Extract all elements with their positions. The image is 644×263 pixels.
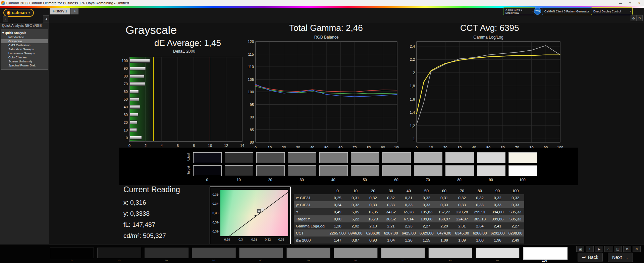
calman-menu-button[interactable]: calman ▾ <box>3 9 34 17</box>
table-cell: 5,05 <box>346 208 364 215</box>
grayscale-level-patch-50[interactable] <box>286 248 330 258</box>
minimize-button[interactable]: — <box>616 0 625 6</box>
add-tab-button[interactable]: + <box>71 8 78 14</box>
grayscale-level-patch-70[interactable] <box>381 248 425 258</box>
meter-dropdown[interactable]: X-Rite i1Pro 3 Direct View ▾ <box>503 7 535 15</box>
table-cell: 36,52 <box>382 215 400 222</box>
meter-status-badge: 735 <box>534 8 541 15</box>
refresh-button[interactable]: ↻ <box>637 15 643 21</box>
grayscale-level-patch-100[interactable] <box>523 247 568 260</box>
back-button[interactable]: ↩ Back <box>578 253 603 262</box>
app-icon <box>1 1 5 5</box>
svg-text:90: 90 <box>124 66 128 70</box>
table-cell: 6425,00 <box>400 229 418 236</box>
rgb-balance-chart: RGB Balance 0102030405060708090100120115… <box>245 35 399 152</box>
grayscale-level-patch-60[interactable] <box>334 248 378 258</box>
table-cell: 6946,00 <box>346 229 364 236</box>
sidebar-collapse-button[interactable]: ◀ <box>43 15 49 22</box>
display-control-dropdown[interactable]: Direct Display Control ▾ <box>591 7 633 15</box>
table-cell: 1,26 <box>400 236 418 244</box>
sidebar-item-introduction[interactable]: Introduction <box>1 35 48 39</box>
sidebar-item-screen-uniformity[interactable]: Screen Uniformity <box>1 59 48 63</box>
svg-text:1,8: 1,8 <box>410 84 415 88</box>
calman-logo-text: calman <box>12 10 27 15</box>
maximize-button[interactable]: □ <box>625 0 635 6</box>
play-icon-button[interactable]: ▶ <box>595 246 603 252</box>
chevron-down-icon: ▾ <box>629 10 631 13</box>
cie-chromaticity-panel: 0,35-0,34-0,33-0,32-0,31-0,290,30,310,32… <box>210 187 291 246</box>
grayscale-level-patch-90[interactable] <box>476 248 520 258</box>
grayscale-level-patch-0[interactable] <box>50 248 94 258</box>
tree-root-quick-analysis[interactable]: ▾ Quick Analysis <box>1 31 48 35</box>
target-swatch-70 <box>414 165 442 176</box>
svg-text:10: 10 <box>208 144 212 148</box>
deltae-chart: DeltaE 2000 0246810121410090807060504030… <box>116 49 246 150</box>
grayscale-level-label: 60 <box>334 259 377 262</box>
pin-button[interactable]: ▪ <box>3 16 8 21</box>
svg-text:60: 60 <box>124 90 128 94</box>
table-cell: 2,34 <box>471 222 489 229</box>
settings-gear-button[interactable]: ⚙ <box>631 15 637 21</box>
title-bar: Calman 2022 Calman Ultimate for Business… <box>0 0 644 6</box>
sidebar-item-saturation-sweeps[interactable]: Saturation Sweeps <box>1 47 48 51</box>
display-control-name: Direct Display Control <box>593 10 621 13</box>
swatch-column-label: 40 <box>319 178 347 182</box>
meter-mode: Direct View <box>505 11 522 14</box>
deltae-chart-title: DeltaE 2000 <box>126 49 242 54</box>
sidebar-item-luminance-sweeps[interactable]: Luminance Sweeps <box>1 51 48 55</box>
window-title: Calman 2022 Calman Ultimate for Business… <box>6 1 129 5</box>
table-column-header: 60 <box>435 187 453 194</box>
gear-icon-button[interactable]: ⚙ <box>623 246 631 252</box>
pattern-generator-name: CalMAN Client 3 Pattern Generator <box>544 10 589 13</box>
svg-text:110: 110 <box>248 65 254 69</box>
current-reading-value: x: 0,316 <box>123 197 180 208</box>
print-icon-button[interactable]: ▤ <box>614 246 622 252</box>
sidebar-item-spectral-power-dist-[interactable]: Spectral Power Dist. <box>1 63 48 67</box>
table-column-header: 90 <box>489 187 506 194</box>
table-cell: 6286,00 <box>364 229 382 236</box>
display-icon-button[interactable]: ▣ <box>576 246 584 252</box>
grayscale-level-patch-20[interactable] <box>145 248 189 258</box>
swatch-column-label: 60 <box>382 178 410 182</box>
actual-swatch-20 <box>256 152 285 163</box>
grayscale-level-patch-40[interactable] <box>239 248 283 258</box>
svg-text:4: 4 <box>161 144 163 148</box>
swatch-column-label: 100 <box>508 178 536 182</box>
table-column-header: 50 <box>418 187 435 194</box>
close-button[interactable]: × <box>635 0 644 6</box>
table-cell: 0,32 <box>489 194 506 201</box>
svg-text:1: 1 <box>413 137 415 141</box>
svg-text:70: 70 <box>124 82 128 86</box>
swatch-column-label: 50 <box>351 178 379 182</box>
table-cell: 109,08 <box>418 215 435 222</box>
next-button[interactable]: Next → <box>608 253 633 262</box>
home-icon-button[interactable]: ⌂ <box>604 246 612 252</box>
svg-text:6: 6 <box>177 144 179 148</box>
next-arrow-icon: → <box>624 255 629 260</box>
grayscale-level-patch-80[interactable] <box>428 248 472 258</box>
current-reading-value: fL: 147,487 <box>123 219 180 230</box>
target-swatch-10 <box>225 165 253 176</box>
sidebar-item-cms-calibration[interactable]: CMS Calibration <box>1 43 48 47</box>
current-reading-panel: Current Reading x: 0,316y: 0,3338fL: 147… <box>123 185 180 241</box>
sidebar-item-grayscale[interactable]: Grayscale <box>1 39 48 43</box>
refresh-icon-button[interactable]: ↻ <box>633 246 641 252</box>
table-cell: 0,33 <box>471 201 489 208</box>
pattern-generator-dropdown[interactable]: CalMAN Client 3 Pattern Generator ▾ <box>542 7 594 15</box>
sidebar-item-colorchecker[interactable]: ColorChecker <box>1 55 48 59</box>
grayscale-level-patch-30[interactable] <box>192 248 236 258</box>
table-cell: 0,31 <box>435 194 453 201</box>
calman-logo-icon <box>7 11 10 15</box>
tab-history-1[interactable]: History 1 <box>50 8 70 14</box>
table-cell: 0,32 <box>382 194 400 201</box>
cie-x-tick: 0,33 <box>277 238 286 241</box>
table-column-header: 10 <box>346 187 364 194</box>
table-cell: 0,33 <box>400 201 418 208</box>
up-icon-button[interactable]: ↑ <box>586 246 594 252</box>
table-cell: 67,14 <box>400 215 418 222</box>
target-swatch-60 <box>382 165 411 176</box>
table-cell: 6474,00 <box>435 229 453 236</box>
table-cell: 2,27 <box>418 222 435 229</box>
grayscale-level-strip: 0102030405060708090100 <box>50 247 568 262</box>
grayscale-level-patch-10[interactable] <box>97 248 141 258</box>
